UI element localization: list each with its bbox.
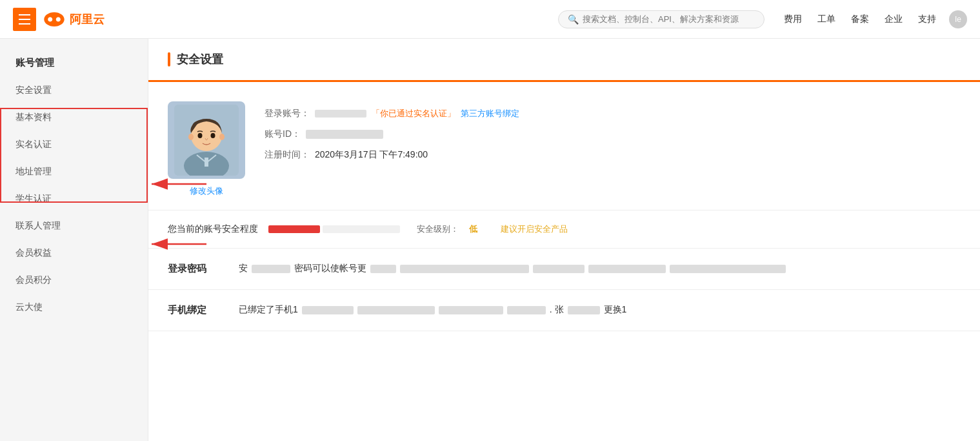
user-avatar-large	[168, 101, 245, 179]
page-header-bar	[168, 52, 170, 67]
sidebar-item-ambassador-label: 云大使	[15, 302, 43, 313]
sidebar-item-membership[interactable]: 会员权益	[0, 240, 148, 267]
main-content: 安全设置	[148, 39, 980, 441]
security-label: 您当前的账号安全程度	[168, 223, 258, 235]
nav-fee[interactable]: 费用	[784, 14, 802, 25]
phone-text-2: . 张	[550, 304, 564, 316]
phone-bind-content: 已绑定了手机1 . 张 更换1	[239, 304, 961, 316]
sidebar-item-security[interactable]: 安全设置	[0, 77, 148, 104]
search-bar[interactable]: 🔍	[558, 10, 765, 28]
sidebar-item-contact[interactable]: 联系人管理	[0, 212, 148, 240]
user-avatar[interactable]: Ie	[949, 10, 967, 28]
svg-point-5	[219, 134, 225, 140]
page-header: 安全设置	[148, 39, 980, 82]
login-label: 登录账号：	[265, 108, 310, 119]
sidebar-item-address-label: 地址管理	[15, 166, 52, 178]
search-input[interactable]	[583, 14, 755, 24]
password-blur-3	[400, 265, 529, 273]
register-time: 2020年3月17日 下午7:49:00	[315, 149, 428, 161]
user-initials: Ie	[955, 15, 961, 24]
svg-point-4	[188, 134, 194, 140]
account-id-label: 账号ID：	[265, 128, 301, 140]
svg-rect-2	[205, 158, 208, 167]
third-party-link[interactable]: 第三方账号绑定	[461, 108, 519, 119]
layout: 账号管理 安全设置 基本资料 实名认证 地址管理 学生认证 联系人管理	[0, 39, 980, 441]
security-suggest[interactable]: 建议开启安全产品	[501, 223, 568, 235]
password-blur-5	[588, 265, 666, 273]
nav-icp[interactable]: 备案	[851, 14, 869, 25]
sidebar-item-security-label: 安全设置	[15, 85, 52, 96]
sidebar-item-student[interactable]: 学生认证	[0, 185, 148, 212]
avatar-edit-link[interactable]: 修改头像	[190, 185, 223, 197]
nav-support[interactable]: 支持	[918, 14, 936, 25]
header-nav: 费用 工单 备案 企业 支持	[784, 14, 936, 25]
sidebar-item-student-label: 学生认证	[15, 193, 52, 205]
header: 阿里云 🔍 费用 工单 备案 企业 支持 Ie	[0, 0, 980, 39]
phone-blur-3	[439, 306, 503, 314]
profile-id-row: 账号ID：	[265, 128, 961, 140]
sidebar-item-address[interactable]: 地址管理	[0, 158, 148, 185]
login-name-blur	[315, 110, 366, 118]
sidebar-item-membership-label: 会员权益	[15, 247, 52, 259]
phone-text-1: 已绑定了手机1	[239, 304, 298, 316]
phone-bind-item: 手机绑定 已绑定了手机1 . 张 更换1	[148, 290, 980, 331]
sidebar-item-profile[interactable]: 基本资料	[0, 104, 148, 131]
logo-text: 阿里云	[70, 12, 105, 27]
verified-text: 「你已通过实名认证」	[372, 108, 455, 119]
login-password-item: 登录密码 安 密码可以使帐号更	[148, 249, 980, 290]
security-level-value: 低	[469, 223, 477, 235]
avatar-svg	[174, 105, 239, 176]
profile-login-row: 登录账号： 「你已通过实名认证」 第三方账号绑定	[265, 108, 961, 119]
phone-blur-1	[302, 306, 354, 314]
security-section: 您当前的账号安全程度 安全级别： 低 建议开启安全产品	[148, 210, 980, 249]
sidebar: 账号管理 安全设置 基本资料 实名认证 地址管理 学生认证 联系人管理	[0, 39, 148, 441]
profile-section: 修改头像 登录账号： 「你已通过实名认证」 第三方账号绑定 账号ID： 注册时间…	[148, 82, 980, 210]
sidebar-item-realname[interactable]: 实名认证	[0, 131, 148, 158]
sidebar-items-wrapper: 安全设置 基本资料 实名认证 地址管理 学生认证	[0, 77, 148, 212]
phone-blur-5	[568, 306, 600, 314]
nav-ticket[interactable]: 工单	[817, 14, 835, 25]
account-id-value	[306, 130, 383, 139]
sidebar-item-profile-label: 基本资料	[15, 112, 52, 123]
phone-blur-4	[507, 306, 546, 314]
sidebar-section-title: 账号管理	[0, 45, 148, 77]
phone-text-3: 更换1	[604, 304, 627, 316]
security-bar-empty	[323, 225, 400, 233]
login-password-title: 登录密码	[168, 263, 219, 275]
phone-blur-2	[357, 306, 435, 314]
password-blur-2	[370, 265, 396, 273]
nav-enterprise[interactable]: 企业	[885, 14, 903, 25]
password-blur-6	[670, 265, 786, 273]
svg-point-6	[198, 133, 203, 138]
logo[interactable]: 阿里云	[44, 12, 105, 27]
phone-bind-title: 手机绑定	[168, 304, 219, 316]
sidebar-item-points-label: 会员积分	[15, 274, 52, 286]
sidebar-item-points[interactable]: 会员积分	[0, 267, 148, 294]
profile-register-row: 注册时间： 2020年3月17日 下午7:49:00	[265, 149, 961, 161]
security-bar	[268, 225, 400, 233]
page-title: 安全设置	[177, 52, 223, 67]
sidebar-item-contact-label: 联系人管理	[15, 220, 61, 232]
header-user: Ie	[949, 10, 967, 28]
aliyun-logo-icon	[44, 12, 65, 26]
login-password-desc: 安	[239, 263, 248, 274]
sidebar-item-realname-label: 实名认证	[15, 139, 52, 150]
sidebar-item-ambassador[interactable]: 云大使	[0, 294, 148, 321]
security-level-label: 安全级别：	[417, 223, 459, 235]
search-icon: 🔍	[568, 14, 579, 25]
register-label: 注册时间：	[265, 149, 310, 161]
login-password-content: 安 密码可以使帐号更	[239, 263, 961, 274]
password-blur-1	[252, 265, 290, 273]
profile-info: 登录账号： 「你已通过实名认证」 第三方账号绑定 账号ID： 注册时间： 202…	[265, 101, 961, 161]
avatar-container: 修改头像	[168, 101, 245, 197]
password-text-2: 密码可以使帐号更	[294, 263, 366, 274]
svg-point-7	[211, 133, 215, 138]
security-bar-filled	[268, 225, 320, 233]
password-blur-4	[533, 265, 585, 273]
hamburger-menu-button[interactable]	[13, 8, 36, 31]
